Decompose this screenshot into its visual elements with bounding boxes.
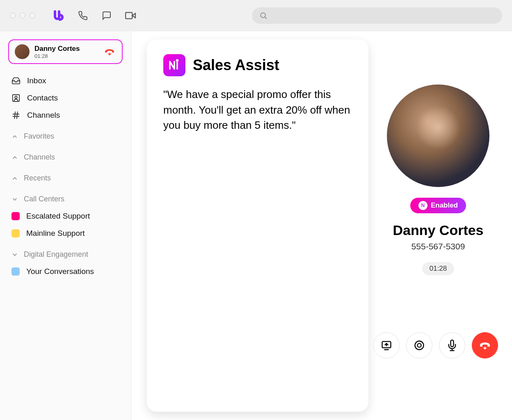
svg-line-2 [265,17,267,18]
call-duration: 01:28 [34,53,98,59]
content-area: Sales Assist "We have a special promo of… [131,31,512,420]
call-name: Danny Cortes [34,45,98,53]
toolbar-icons [77,10,136,21]
section-call-centers-label: Call Centers [24,195,64,203]
video-icon[interactable] [125,10,136,21]
share-screen-button[interactable] [373,332,400,358]
section-call-centers[interactable]: Call Centers [8,187,123,208]
contact-name: Danny Cortes [393,222,483,238]
mute-button[interactable] [439,332,465,358]
nav-contacts[interactable]: Contacts [8,89,123,107]
badge-label: Enabled [431,201,458,210]
channel-color [11,267,20,276]
search-icon [259,11,267,20]
channel-label: Escalated Support [26,212,90,221]
window-minimize[interactable] [20,13,25,18]
section-recents[interactable]: Recents [8,166,123,187]
search-container [252,7,502,24]
sidebar: Danny Cortes 01:28 Inbox Contacts [0,31,131,420]
svg-point-11 [417,343,421,347]
search-input[interactable] [252,7,502,24]
sales-assist-card: Sales Assist "We have a special promo of… [147,39,368,412]
chevron-down-icon [11,196,18,203]
end-call-button[interactable] [472,332,498,358]
assist-body: "We have a special promo offer this mont… [163,87,352,133]
avatar [15,44,30,59]
inbox-icon [11,76,21,85]
call-controls [373,332,498,358]
channel-escalated-support[interactable]: Escalated Support [8,208,123,225]
call-info: Danny Cortes 01:28 [34,45,98,59]
nav-inbox-label: Inbox [27,76,46,85]
hangup-icon[interactable] [103,47,116,57]
assist-title: Sales Assist [193,57,279,74]
message-icon[interactable] [101,10,112,21]
section-favorites-label: Favorites [24,132,54,141]
chevron-up-icon [11,154,18,161]
nav-channels[interactable]: Channels [8,107,123,124]
section-recents-label: Recents [24,174,51,183]
svg-line-7 [14,112,15,119]
section-channels[interactable]: Channels [8,145,123,166]
chevron-up-icon [11,175,18,182]
section-digital-engagement[interactable]: Digital Engagement [8,242,123,263]
ai-badge-icon: N [418,201,427,210]
app-logo[interactable] [52,9,65,22]
svg-rect-0 [126,12,132,18]
channel-color [11,212,20,220]
window-close[interactable] [10,13,16,18]
phone-icon[interactable] [77,10,89,21]
channel-mainline-support[interactable]: Mainline Support [8,225,123,242]
active-call-card[interactable]: Danny Cortes 01:28 [8,39,123,64]
call-duration-pill: 01:28 [422,262,455,275]
ai-logo-icon [163,54,185,76]
hash-icon [11,111,21,120]
channel-your-conversations[interactable]: Your Conversations [8,263,123,280]
svg-point-4 [15,96,17,98]
svg-point-10 [415,341,424,350]
channel-label: Your Conversations [26,267,94,276]
contact-avatar [387,84,489,187]
ai-enabled-badge: N Enabled [410,198,466,213]
chevron-down-icon [11,251,18,258]
nav-channels-label: Channels [27,111,60,120]
topbar [0,0,512,31]
nav-contacts-label: Contacts [27,94,58,103]
contacts-icon [11,94,21,103]
nav-inbox[interactable]: Inbox [8,72,123,89]
record-button[interactable] [406,332,432,358]
channel-color [11,229,20,237]
chevron-up-icon [11,133,18,140]
section-favorites[interactable]: Favorites [8,124,123,145]
window-maximize[interactable] [30,13,35,18]
section-channels-label: Channels [24,153,55,162]
contact-phone: 555-567-5309 [411,242,465,251]
svg-line-8 [17,112,18,119]
window-controls [10,13,35,18]
section-digital-label: Digital Engagement [24,250,88,259]
channel-label: Mainline Support [26,229,85,238]
